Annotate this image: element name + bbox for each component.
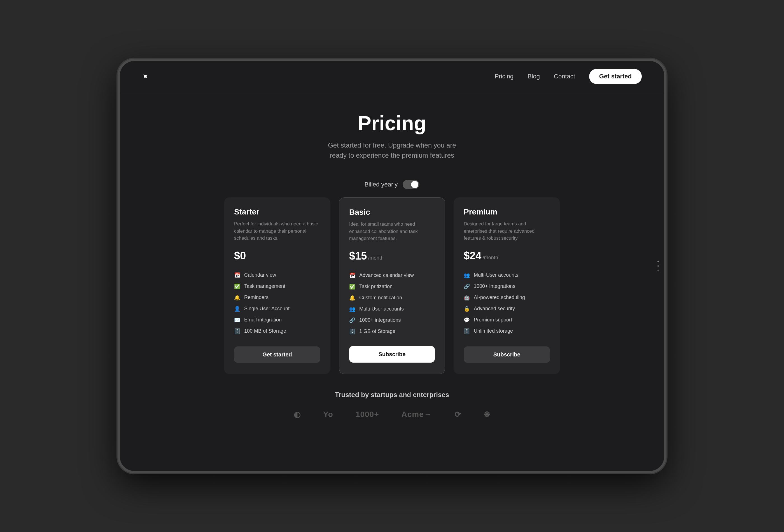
brand-logo-4: Acme→ [401,410,432,419]
billing-toggle-row: Billed yearly [120,180,664,189]
basic-title: Basic [349,208,435,217]
unlimited-storage-icon: 🗄️ [464,328,470,334]
multi-user-icon: 👥 [464,272,470,278]
list-item: 🔔 Reminders [234,292,320,303]
basic-card: Basic Ideal for small teams who need enh… [339,197,445,374]
starter-card: Starter Perfect for individuals who need… [224,197,330,374]
user-icon: 👤 [234,306,240,312]
starter-price: $0 [234,250,320,262]
basic-features: 📅 Advanced calendar view ✅ Task pritizat… [349,270,435,337]
list-item: 👤 Single User Account [234,303,320,314]
starter-get-started-button[interactable]: Get started [234,346,320,363]
ai-icon: 🤖 [464,295,470,301]
page-title: Pricing [142,112,642,135]
trusted-section: Trusted by startups and enterprises ◐ Yo… [120,374,664,430]
list-item: 🗄️ 1 GB of Storage [349,326,435,337]
side-indicators [657,261,659,271]
premium-subscribe-button[interactable]: Subscribe [464,346,550,363]
list-item: 🗄️ 100 MB of Storage [234,326,320,337]
nav-contact[interactable]: Contact [554,73,575,80]
brand-logo-2: Yo [323,410,333,419]
list-item: ✅ Task management [234,281,320,292]
list-item: 👥 Multi-User accounts [464,270,550,281]
list-item: 🗄️ Unlimited storage [464,326,550,337]
basic-price: $15 /month [349,250,435,262]
starter-title: Starter [234,207,320,217]
premium-features: 👥 Multi-User accounts 🔗 1000+ integratio… [464,270,550,337]
starter-features: 📅 Calendar view ✅ Task management 🔔 Remi… [234,270,320,337]
nav-blog[interactable]: Blog [528,73,540,80]
support-icon: 💬 [464,317,470,323]
get-started-nav-button[interactable]: Get started [589,69,642,84]
logos-row: ◐ Yo 1000+ Acme→ ⟳ ❋ [142,410,642,419]
list-item: 🔔 Custom notification [349,292,435,304]
starter-amount: $0 [234,250,246,261]
bell-icon: 🔔 [234,295,240,301]
premium-card: Premium Designed for large teams and ent… [454,197,560,374]
list-item: 📅 Calendar view [234,270,320,281]
list-item: ✉️ Email integration [234,314,320,326]
indicator-dot [657,270,659,271]
nav-links: Pricing Blog Contact Get started [495,69,642,84]
list-item: 🔗 1000+ integrations [464,281,550,292]
users-icon: 👥 [349,306,355,312]
logo-icon: ✦ [140,71,151,82]
basic-period: /month [368,255,384,261]
basic-subscribe-button[interactable]: Subscribe [349,346,435,363]
storage1gb-icon: 🗄️ [349,329,355,335]
list-item: 🔗 1000+ integrations [349,315,435,326]
indicator-dot [657,265,659,267]
list-item: ✅ Task pritization [349,281,435,292]
task-icon: ✅ [349,284,355,290]
tablet-frame: ✦ Pricing Blog Contact Get started Prici… [118,59,666,473]
brand-logo-1: ◐ [294,410,301,419]
navbar: ✦ Pricing Blog Contact Get started [120,61,664,92]
toggle-knob [411,181,418,188]
starter-desc: Perfect for individuals who need a basic… [234,220,320,242]
calendar-adv-icon: 📅 [349,273,355,279]
basic-amount: $15 [349,250,367,262]
billing-label: Billed yearly [365,181,398,188]
screen: ✦ Pricing Blog Contact Get started Prici… [120,61,664,471]
calendar-icon: 📅 [234,272,240,278]
indicator-dot [657,261,659,262]
premium-title: Premium [464,207,550,217]
list-item: 👥 Multi-User accounts [349,304,435,315]
list-item: 🔒 Advanced security [464,303,550,314]
integrations-icon: 🔗 [349,317,355,324]
email-icon: ✉️ [234,317,240,323]
trusted-title: Trusted by startups and enterprises [142,391,642,399]
nav-pricing[interactable]: Pricing [495,73,513,80]
list-item: 💬 Premium support [464,314,550,326]
brand-logo-6: ❋ [483,410,490,419]
security-icon: 🔒 [464,306,470,312]
notif-icon: 🔔 [349,295,355,301]
integrations1000-icon: 🔗 [464,283,470,289]
brand-logo-5: ⟳ [454,410,461,419]
brand-logo-3: 1000+ [356,410,379,419]
hero-subtitle: Get started for free. Upgrade when you a… [142,140,642,161]
premium-price: $24 /month [464,250,550,262]
hero-section: Pricing Get started for free. Upgrade wh… [120,92,664,172]
pricing-cards: Starter Perfect for individuals who need… [120,197,664,374]
list-item: 🤖 AI-powered scheduling [464,292,550,303]
storage-icon: 🗄️ [234,328,240,334]
premium-amount: $24 [464,250,481,261]
list-item: 📅 Advanced calendar view [349,270,435,281]
premium-period: /month [483,255,498,260]
billing-toggle[interactable] [403,180,419,189]
premium-desc: Designed for large teams and enterprises… [464,220,550,242]
check-icon: ✅ [234,283,240,289]
basic-desc: Ideal for small teams who need enhanced … [349,221,435,242]
